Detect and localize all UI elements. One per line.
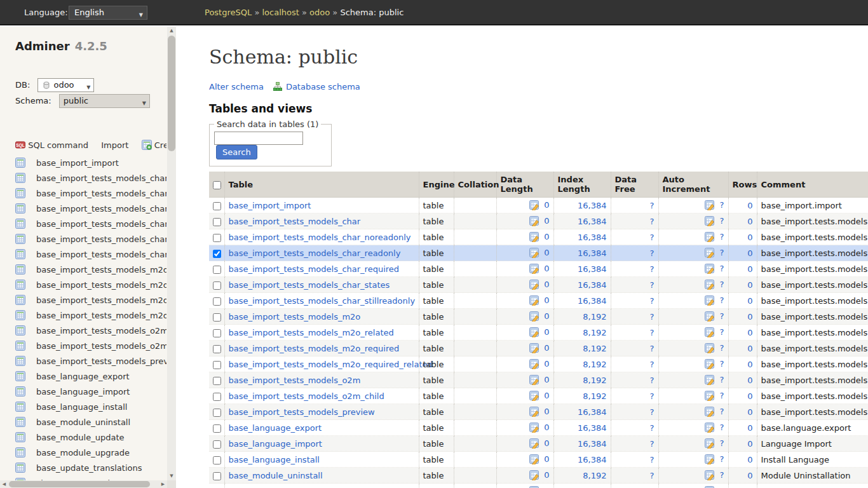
auto-increment-value-link[interactable]: ? (720, 216, 724, 226)
edit-icon[interactable] (529, 264, 539, 274)
data-length-value-link[interactable]: 0 (544, 295, 549, 305)
language-select[interactable]: English ▼ (69, 6, 147, 20)
edit-icon[interactable] (705, 327, 715, 337)
edit-icon[interactable] (705, 264, 715, 274)
edit-icon[interactable] (705, 280, 715, 290)
auto-increment-value-link[interactable]: ? (720, 200, 724, 210)
edit-icon[interactable] (705, 232, 715, 242)
auto-increment-value-link[interactable]: ? (720, 280, 724, 289)
table-name-link[interactable]: base_import_tests_models_m2o (229, 312, 361, 322)
index-length-link[interactable]: 16,384 (578, 264, 607, 274)
sidebar-table-link[interactable]: base_import_tests_models_m2o_related (36, 280, 166, 290)
rows-count-link[interactable]: 0 (747, 439, 752, 449)
horizontal-scrollbar-thumb[interactable] (9, 481, 150, 487)
alter-schema-link[interactable]: Alter schema (209, 82, 264, 92)
data-free-link[interactable]: ? (650, 391, 654, 401)
row-checkbox[interactable] (213, 345, 221, 353)
sidebar-table-link[interactable]: base_import_tests_models_o2m (36, 326, 166, 336)
table-name-link[interactable]: base_import_tests_models_m2o_required_re… (229, 360, 433, 369)
rows-count-link[interactable]: 0 (747, 407, 752, 417)
data-free-link[interactable]: ? (650, 296, 654, 306)
row-checkbox[interactable] (213, 250, 221, 258)
auto-increment-edit-link[interactable] (705, 311, 717, 321)
data-length-value-link[interactable]: 0 (544, 375, 549, 384)
row-checkbox[interactable] (213, 361, 221, 369)
data-free-link[interactable]: ? (650, 423, 654, 433)
sidebar-table-link[interactable]: base_language_install (36, 402, 127, 412)
auto-increment-value-link[interactable]: ? (720, 438, 724, 448)
rows-count-link[interactable]: 0 (747, 217, 752, 226)
db-select[interactable]: odoo ▼ (37, 78, 94, 92)
table-name-link[interactable]: base_import_tests_models_char_stillreado… (229, 296, 416, 306)
auto-increment-edit-link[interactable] (705, 407, 717, 416)
rows-count-link[interactable]: 0 (747, 296, 752, 306)
auto-increment-edit-link[interactable] (705, 232, 717, 241)
import-link[interactable]: Import (101, 140, 128, 150)
data-length-edit-link[interactable] (529, 375, 541, 384)
sidebar-table-item[interactable]: base_import_tests_models_preview (15, 353, 166, 369)
data-free-link[interactable]: ? (650, 264, 654, 274)
edit-icon[interactable] (529, 407, 539, 417)
edit-icon[interactable] (705, 359, 715, 369)
data-length-value-link[interactable]: 0 (544, 311, 549, 321)
rows-count-link[interactable]: 0 (747, 391, 752, 401)
edit-icon[interactable] (529, 295, 539, 306)
data-free-link[interactable]: ? (650, 217, 654, 226)
table-name-link[interactable]: base_import_tests_models_o2m_child (229, 391, 384, 401)
data-length-edit-link[interactable] (529, 200, 541, 210)
table-name-link[interactable]: base_import_tests_models_o2m (229, 376, 361, 385)
auto-increment-edit-link[interactable] (705, 248, 717, 257)
index-length-link[interactable]: 8,192 (583, 312, 606, 322)
breadcrumb-item[interactable]: odoo (309, 8, 330, 17)
sidebar-table-item[interactable]: base_import_tests_models_m2o (15, 262, 166, 277)
index-length-link[interactable]: 16,384 (578, 233, 607, 242)
index-length-link[interactable]: 16,384 (578, 407, 607, 417)
edit-icon[interactable] (529, 375, 539, 385)
sidebar-table-item[interactable]: base_update_translations (15, 460, 166, 475)
data-length-value-link[interactable]: 0 (544, 391, 549, 400)
data-free-link[interactable]: ? (650, 360, 654, 369)
auto-increment-edit-link[interactable] (705, 295, 717, 305)
data-length-value-link[interactable]: 0 (544, 232, 549, 241)
data-length-edit-link[interactable] (529, 232, 541, 241)
data-length-value-link[interactable]: 0 (544, 438, 549, 448)
edit-icon[interactable] (529, 248, 539, 258)
scroll-down-arrow-icon[interactable]: ▼ (167, 472, 176, 480)
edit-icon[interactable] (529, 359, 539, 369)
data-free-link[interactable]: ? (650, 328, 654, 337)
row-checkbox[interactable] (213, 313, 221, 322)
sidebar-table-link[interactable]: base_import_tests_models_preview (36, 356, 166, 366)
table-name-link[interactable]: base_import_import (229, 201, 311, 210)
sql-command-link[interactable]: SQL command (28, 140, 88, 150)
auto-increment-edit-link[interactable] (705, 375, 717, 384)
index-length-link[interactable]: 8,192 (583, 328, 606, 337)
rows-count-link[interactable]: 0 (747, 264, 752, 274)
sidebar-table-item[interactable]: base_import_tests_models_char_states (15, 231, 166, 247)
row-checkbox[interactable] (213, 266, 221, 274)
auto-increment-edit-link[interactable] (705, 216, 717, 226)
auto-increment-edit-link[interactable] (705, 343, 717, 353)
table-name-link[interactable]: base_import_tests_models_m2o_required (229, 344, 400, 353)
index-length-link[interactable]: 8,192 (583, 344, 606, 353)
data-length-edit-link[interactable] (529, 359, 541, 369)
edit-icon[interactable] (705, 311, 715, 322)
row-checkbox[interactable] (213, 409, 221, 417)
row-checkbox[interactable] (213, 393, 221, 401)
auto-increment-value-link[interactable]: ? (720, 232, 724, 241)
data-length-edit-link[interactable] (529, 343, 541, 353)
row-checkbox[interactable] (213, 456, 221, 464)
data-length-value-link[interactable]: 0 (544, 423, 549, 432)
auto-increment-value-link[interactable]: ? (720, 327, 724, 337)
table-name-link[interactable]: base_import_tests_models_char_noreadonly (229, 233, 411, 242)
rows-count-link[interactable]: 0 (747, 423, 752, 433)
sidebar-table-item[interactable]: base_import_tests_models_char (15, 170, 166, 186)
data-free-link[interactable]: ? (650, 471, 654, 480)
table-name-link[interactable]: base_language_install (229, 455, 320, 464)
data-length-value-link[interactable]: 0 (544, 343, 549, 353)
sidebar-table-link[interactable]: base_import_tests_models_char_stillreado… (36, 250, 166, 259)
data-length-value-link[interactable]: 0 (544, 280, 549, 289)
sidebar-table-link[interactable]: base_language_export (36, 372, 130, 381)
auto-increment-value-link[interactable]: ? (720, 248, 724, 257)
data-length-edit-link[interactable] (529, 407, 541, 416)
data-length-edit-link[interactable] (529, 216, 541, 226)
